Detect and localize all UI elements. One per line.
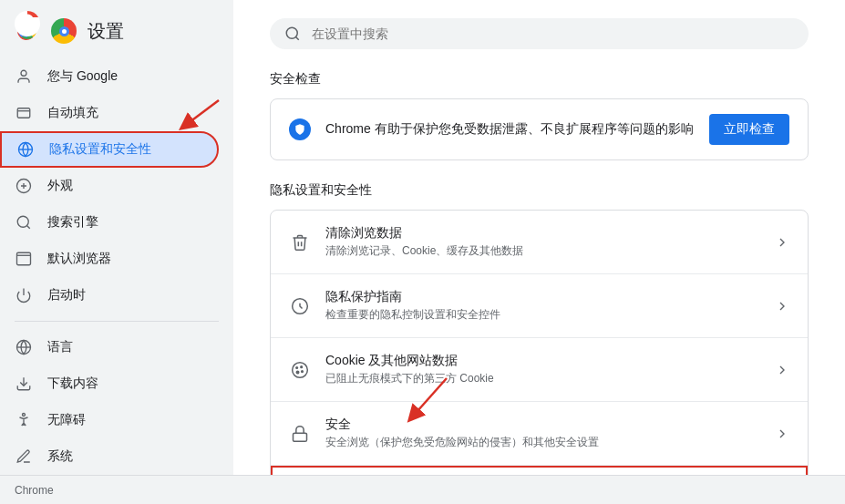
svg-line-23 xyxy=(295,36,298,39)
sidebar-item-default-browser[interactable]: 默认浏览器 xyxy=(0,241,219,277)
sidebar-header: 设置 xyxy=(0,11,233,58)
safety-check-description: Chrome 有助于保护您免受数据泄露、不良扩展程序等问题的影响 xyxy=(325,121,695,138)
sidebar-item-accessibility[interactable]: 无障碍 xyxy=(0,402,219,438)
sidebar-item-language[interactable]: 语言 xyxy=(0,329,219,365)
search-bar xyxy=(270,18,809,49)
svg-point-22 xyxy=(286,27,297,38)
safety-check-button[interactable]: 立即检查 xyxy=(709,114,789,145)
lock-icon xyxy=(289,423,311,445)
svg-point-25 xyxy=(293,362,308,377)
chevron-right-icon xyxy=(775,235,789,250)
chevron-right-icon xyxy=(775,363,789,377)
search-engine-icon xyxy=(15,213,33,231)
browser-icon xyxy=(15,250,33,268)
sidebar-item-search[interactable]: 搜索引擎 xyxy=(0,204,219,241)
sidebar-item-label: 语言 xyxy=(47,339,73,355)
svg-point-26 xyxy=(296,366,298,368)
sidebar-item-label: 您与 Google xyxy=(47,68,118,85)
shield-eye-icon xyxy=(289,295,311,317)
privacy-item-title: 清除浏览数据 xyxy=(325,225,760,242)
svg-point-17 xyxy=(23,414,26,417)
autofill-icon xyxy=(15,104,33,122)
sidebar-item-label: 系统 xyxy=(47,448,73,465)
power-icon xyxy=(15,286,33,304)
sidebar-item-privacy[interactable]: 隐私设置和安全性 xyxy=(0,131,219,168)
sidebar-nav: 您与 Google 自动填充 隐私设置和安全性 xyxy=(0,58,233,475)
privacy-item-guide[interactable]: 隐私保护指南 检查重要的隐私控制设置和安全控件 xyxy=(271,274,808,338)
chrome-logo-icon xyxy=(15,11,40,36)
privacy-item-title: 隐私保护指南 xyxy=(325,289,760,305)
privacy-section: 清除浏览数据 清除浏览记录、Cookie、缓存及其他数据 隐私保护指南 检查重要… xyxy=(270,210,809,475)
settings-search-input[interactable] xyxy=(312,26,794,41)
svg-rect-4 xyxy=(17,108,30,118)
appearance-icon xyxy=(15,177,33,195)
search-icon xyxy=(284,26,301,42)
trash-icon xyxy=(289,231,311,253)
safety-shield-icon xyxy=(289,118,311,140)
privacy-item-title: Cookie 及其他网站数据 xyxy=(325,353,760,369)
settings-title: 设置 xyxy=(88,19,124,44)
privacy-item-content: 清除浏览数据 清除浏览记录、Cookie、缓存及其他数据 xyxy=(325,225,760,259)
privacy-item-content: 隐私保护指南 检查重要的隐私控制设置和安全控件 xyxy=(325,289,760,323)
privacy-item-content: Cookie 及其他网站数据 已阻止无痕模式下的第三方 Cookie xyxy=(325,353,760,386)
sidebar-item-appearance[interactable]: 外观 xyxy=(0,168,219,204)
sidebar: 设置 您与 Google 自动填充 隐私 xyxy=(0,0,233,475)
svg-point-28 xyxy=(302,370,304,372)
privacy-item-desc: 安全浏览（保护您免受危险网站的侵害）和其他安全设置 xyxy=(325,435,760,450)
person-icon xyxy=(15,67,33,86)
svg-point-29 xyxy=(296,371,299,374)
safety-check-section-title: 安全检查 xyxy=(270,71,809,87)
bottom-bar-label: Chrome xyxy=(15,484,54,497)
chevron-right-icon xyxy=(775,427,789,441)
privacy-item-desc: 已阻止无痕模式下的第三方 Cookie xyxy=(325,371,760,386)
system-icon xyxy=(15,447,33,466)
language-icon xyxy=(15,338,33,356)
main-content: 安全检查 Chrome 有助于保护您免受数据泄露、不良扩展程序等问题的影响 立即… xyxy=(233,0,845,475)
sidebar-item-label: 下载内容 xyxy=(47,375,98,392)
bottom-bar: Chrome xyxy=(0,475,845,504)
svg-line-10 xyxy=(26,225,29,228)
chrome-logo-icon xyxy=(51,18,77,44)
svg-point-27 xyxy=(301,365,303,367)
privacy-item-content: 安全 安全浏览（保护您免受危险网站的侵害）和其他安全设置 xyxy=(325,417,760,450)
sidebar-divider-1 xyxy=(15,321,219,322)
sidebar-item-label: 搜索引擎 xyxy=(47,214,98,231)
privacy-item-title: 安全 xyxy=(325,417,760,433)
svg-point-3 xyxy=(21,70,26,76)
svg-rect-11 xyxy=(17,252,31,265)
privacy-item-site-settings[interactable]: 网站设置 控制网站可以使用和显示什么信息（如位置信息、摄像头、弹出式窗口及其他） xyxy=(271,466,808,475)
sidebar-item-label: 外观 xyxy=(47,178,73,194)
privacy-item-clear-data[interactable]: 清除浏览数据 清除浏览记录、Cookie、缓存及其他数据 xyxy=(271,211,808,274)
svg-point-9 xyxy=(17,216,28,227)
sidebar-item-downloads[interactable]: 下载内容 xyxy=(0,365,219,402)
cookie-icon xyxy=(289,359,311,381)
safety-check-card: Chrome 有助于保护您免受数据泄露、不良扩展程序等问题的影响 立即检查 xyxy=(270,98,809,160)
sidebar-item-label: 无障碍 xyxy=(47,412,86,428)
sidebar-item-label: 默认浏览器 xyxy=(47,251,111,267)
privacy-item-desc: 清除浏览记录、Cookie、缓存及其他数据 xyxy=(325,243,760,259)
sidebar-item-label: 启动时 xyxy=(47,287,86,303)
sidebar-item-autofill[interactable]: 自动填充 xyxy=(0,95,219,131)
privacy-item-cookies[interactable]: Cookie 及其他网站数据 已阻止无痕模式下的第三方 Cookie xyxy=(271,338,808,402)
download-icon xyxy=(15,375,33,393)
sidebar-item-label: 隐私设置和安全性 xyxy=(49,141,151,158)
privacy-item-security[interactable]: 安全 安全浏览（保护您免受危险网站的侵害）和其他安全设置 xyxy=(271,402,808,466)
sidebar-item-system[interactable]: 系统 xyxy=(0,438,219,475)
sidebar-item-startup[interactable]: 启动时 xyxy=(0,277,219,314)
chevron-right-icon xyxy=(775,299,789,314)
privacy-icon xyxy=(16,140,35,159)
accessibility-icon xyxy=(15,411,33,429)
sidebar-item-label: 自动填充 xyxy=(47,105,98,121)
privacy-section-title: 隐私设置和安全性 xyxy=(270,182,809,199)
privacy-item-desc: 检查重要的隐私控制设置和安全控件 xyxy=(325,307,760,323)
svg-rect-30 xyxy=(294,433,307,441)
sidebar-item-google[interactable]: 您与 Google xyxy=(0,58,219,95)
